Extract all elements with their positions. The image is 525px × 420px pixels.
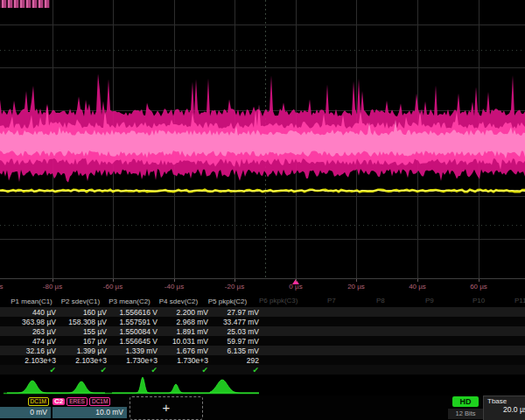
axis-tick-mark <box>174 279 175 282</box>
measure-header-P4[interactable]: P4 sdev(C2) <box>154 298 203 305</box>
measure-value: 1.891 mV <box>159 327 210 336</box>
channel-c2-descriptor[interactable]: C2 ERES DC1M 10.0 mV <box>52 396 127 420</box>
measure-value: 1.557591 V <box>108 318 159 326</box>
c2-vertical-scale: 10.0 mV <box>52 407 127 418</box>
measure-value: 167 µV <box>58 337 108 346</box>
c2-eres-badge: ERES <box>66 397 88 406</box>
status-check-icon: ✔ <box>7 366 58 374</box>
measure-value: 6.135 mV <box>210 346 261 355</box>
axis-tick-mark <box>479 279 480 282</box>
c2-label-badge: C2 <box>52 398 65 405</box>
measure-value: 1.339 mV <box>108 346 159 355</box>
measure-value: 292 <box>210 356 261 365</box>
measure-header-inactive[interactable]: P10 <box>472 297 485 304</box>
measure-status-row: ✔✔✔✔✔ <box>0 365 525 374</box>
timebase-value: 20.0 µs <box>484 405 525 414</box>
measure-value: 474 µV <box>7 337 58 346</box>
c1-vertical-scale: 0 mV <box>0 407 51 418</box>
measure-value: 32.16 µV <box>7 346 58 355</box>
measure-header-inactive[interactable]: P8 <box>376 297 385 304</box>
measure-value: 27.97 mV <box>210 308 261 317</box>
oscilloscope-screen: -100 µs-80 µs-60 µs-40 µs-20 µs0 µs20 µs… <box>0 0 525 420</box>
histicon[interactable] <box>112 377 161 393</box>
channel-c1-descriptor[interactable]: DC1M 0 mV <box>0 396 51 420</box>
axis-tick-mark <box>234 279 235 282</box>
axis-tick-mark <box>52 279 53 282</box>
histicon-strip <box>0 376 525 396</box>
c1-coupling-badge: DC1M <box>28 397 49 406</box>
axis-tick-label: 40 µs <box>409 283 426 290</box>
axis-tick-label: -80 µs <box>43 283 62 290</box>
measure-header-inactive[interactable]: P7 <box>327 297 336 304</box>
measure-value: 158.308 µV <box>58 318 108 326</box>
measure-header-P3[interactable]: P3 mean(C2) <box>105 298 154 305</box>
measure-header-P2[interactable]: P2 sdev(C1) <box>56 298 105 305</box>
measure-value: 1.556645 V <box>108 337 159 346</box>
timebase-label: Tbase <box>484 396 525 405</box>
status-check-icon: ✔ <box>108 366 159 374</box>
axis-tick-label: -20 µs <box>225 283 244 290</box>
measure-row: 474 µV167 µV1.556645 V10.031 mV59.97 mV <box>0 336 525 346</box>
axis-tick-mark <box>296 279 297 282</box>
measure-value: 1.730e+3 <box>159 356 210 365</box>
histicon[interactable] <box>210 380 259 393</box>
measure-value: 1.550084 V <box>108 327 159 336</box>
histicon[interactable] <box>56 382 105 393</box>
measure-value: 155 µV <box>58 327 108 336</box>
measurement-table: P1 mean(C1)P2 sdev(C1)P3 mean(C2)P4 sdev… <box>0 296 525 374</box>
measure-value: 10.031 mV <box>159 337 210 346</box>
measure-value: 2.103e+3 <box>7 356 58 365</box>
status-check-icon: ✔ <box>159 366 210 374</box>
measure-row: 263 µV155 µV1.550084 V1.891 mV25.03 mV <box>0 326 525 336</box>
measure-row: 363.98 µV158.308 µV1.557591 V2.968 mV33.… <box>0 317 525 326</box>
measure-value: 33.477 mV <box>210 318 261 326</box>
axis-tick-label: -100 µs <box>0 283 3 290</box>
measure-value: 363.98 µV <box>7 318 58 326</box>
waveform-display <box>0 0 525 278</box>
axis-tick-label: -60 µs <box>103 283 122 290</box>
axis-tick-mark <box>417 279 418 282</box>
measure-value: 160 µV <box>58 308 108 317</box>
measure-row: 32.16 µV1.399 µV1.339 mV1.676 mV6.135 mV <box>0 346 525 355</box>
graticule-area <box>0 0 525 278</box>
measure-rows: 440 µV160 µV1.556616 V2.200 mV27.97 mV36… <box>0 307 525 374</box>
histicon[interactable] <box>7 381 56 393</box>
axis-tick-label: -40 µs <box>164 283 184 290</box>
add-trace-button[interactable]: + <box>130 396 203 420</box>
measure-header-inactive[interactable]: P11 <box>514 297 525 304</box>
histicon-display <box>0 376 525 396</box>
channel-bar: DC1M 0 mV C2 ERES DC1M 10.0 mV + HD 12 B… <box>0 396 525 420</box>
timebase-descriptor[interactable]: Tbase 20.0 µs <box>483 396 525 420</box>
hd-bits-label: 12 Bits <box>448 409 483 419</box>
axis-tick-mark <box>356 279 357 282</box>
measure-value: 1.730e+3 <box>108 356 159 365</box>
status-check-icon: ✔ <box>210 366 261 374</box>
axis-tick-mark <box>113 279 114 282</box>
measure-row: 440 µV160 µV1.556616 V2.200 mV27.97 mV <box>0 307 525 317</box>
measure-value: 59.97 mV <box>210 337 261 346</box>
measure-value: 2.200 mV <box>159 308 210 317</box>
axis-tick-label: 0 µs <box>289 283 302 290</box>
axis-strip: -100 µs-80 µs-60 µs-40 µs-20 µs0 µs20 µs… <box>0 278 525 295</box>
measure-value: 25.03 mV <box>210 327 261 336</box>
measure-value: 1.556616 V <box>108 308 159 317</box>
measure-value: 1.676 mV <box>159 346 210 355</box>
measure-value: 440 µV <box>7 308 58 317</box>
measure-header-inactive[interactable]: P6 pkpk(C3) <box>259 297 298 304</box>
measure-header-inactive[interactable]: P9 <box>425 297 434 304</box>
status-check-icon: ✔ <box>58 366 108 374</box>
axis-tick-label: 20 µs <box>347 283 365 290</box>
measure-header-row: P1 mean(C1)P2 sdev(C1)P3 mean(C2)P4 sdev… <box>0 296 525 307</box>
hd-mode-badge[interactable]: HD <box>452 396 479 407</box>
measure-header-P1[interactable]: P1 mean(C1) <box>7 298 56 305</box>
axis-tick-label: 60 µs <box>470 283 487 290</box>
measure-value: 2.968 mV <box>159 318 210 326</box>
c2-coupling-badge: DC1M <box>89 397 110 406</box>
measure-value: 1.399 µV <box>58 346 108 355</box>
measure-value: 2.103e+3 <box>58 356 108 365</box>
histicon[interactable] <box>161 384 210 393</box>
measure-row: 2.103e+32.103e+31.730e+31.730e+3292 <box>0 355 525 365</box>
measure-header-P5[interactable]: P5 pkpk(C2) <box>203 298 252 305</box>
top-left-badge <box>0 0 50 8</box>
measure-value: 263 µV <box>7 327 58 336</box>
